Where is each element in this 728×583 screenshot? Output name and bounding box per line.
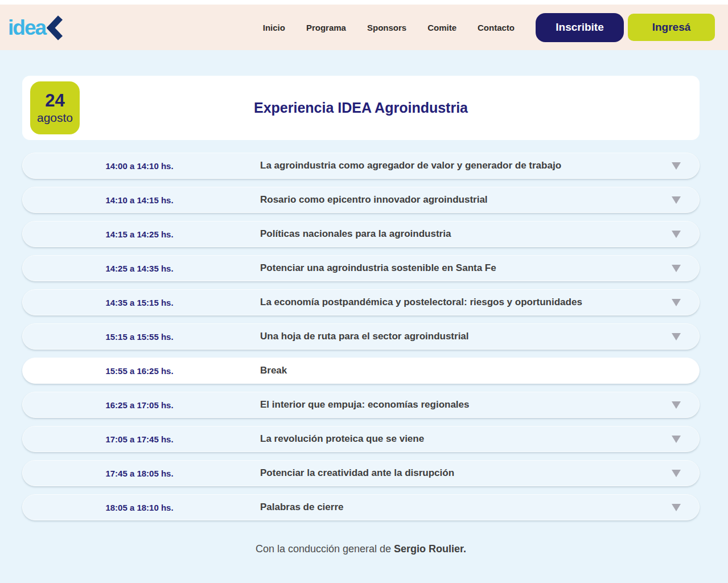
schedule-row: 15:55 a 16:25 hs. Break <box>22 358 700 384</box>
session-time: 14:25 a 14:35 hs. <box>23 264 256 273</box>
host-name: Sergio Roulier. <box>394 543 466 555</box>
date-badge: 24 agosto <box>30 81 80 134</box>
session-title: El interior que empuja: economías region… <box>256 399 672 410</box>
chevron-down-icon[interactable] <box>672 196 681 204</box>
session-time: 15:15 a 15:55 hs. <box>23 332 256 342</box>
chevron-down-icon[interactable] <box>672 436 681 443</box>
chevron-down-icon[interactable] <box>672 162 681 170</box>
session-title: La revolución proteica que se viene <box>256 433 672 445</box>
schedule-row[interactable]: 14:35 a 15:15 hs. La economía postpandém… <box>22 289 700 315</box>
main-content: 24 agosto Experiencia IDEA Agroindustria… <box>22 76 700 555</box>
nav-item-inicio[interactable]: Inicio <box>263 23 285 32</box>
schedule-row[interactable]: 14:10 a 14:15 hs. Rosario como epicentro… <box>22 187 700 213</box>
header-right: Inicio Programa Sponsors Comite Contacto… <box>263 13 715 42</box>
header: idea Inicio Programa Sponsors Comite Con… <box>0 5 728 50</box>
session-title: Potenciar una agroindustria sostenible e… <box>256 262 672 274</box>
session-title: Break <box>256 365 699 376</box>
schedule-row[interactable]: 14:15 a 14:25 hs. Políticas nacionales p… <box>22 221 700 247</box>
session-title: La economía postpandémica y postelectora… <box>256 297 672 308</box>
session-time: 14:15 a 14:25 hs. <box>23 229 256 239</box>
date-month: agosto <box>37 110 73 125</box>
session-time: 18:05 a 18:10 hs. <box>23 503 256 512</box>
chevron-down-icon[interactable] <box>672 401 681 409</box>
chevron-down-icon[interactable] <box>672 299 681 306</box>
session-title: Rosario como epicentro innovador agroind… <box>256 194 672 206</box>
nav-item-sponsors[interactable]: Sponsors <box>367 23 406 32</box>
schedule-row[interactable]: 17:05 a 17:45 hs. La revolución proteica… <box>22 426 700 452</box>
session-title: Palabras de cierre <box>256 502 672 513</box>
event-header-card: 24 agosto Experiencia IDEA Agroindustria <box>22 76 700 140</box>
top-strip <box>0 0 728 5</box>
session-title: Una hoja de ruta para el sector agroindu… <box>256 331 672 342</box>
session-title: Potenciar la creatividad ante la disrupc… <box>256 467 672 479</box>
chevron-down-icon[interactable] <box>672 265 681 272</box>
session-time: 14:00 a 14:10 hs. <box>23 161 256 171</box>
chevron-down-icon[interactable] <box>672 504 681 511</box>
session-time: 16:25 a 17:05 hs. <box>23 400 256 410</box>
logo-chevron-icon <box>47 15 63 43</box>
schedule-row[interactable]: 16:25 a 17:05 hs. El interior que empuja… <box>22 392 700 418</box>
schedule-row[interactable]: 14:25 a 14:35 hs. Potenciar una agroindu… <box>22 255 700 281</box>
schedule-row[interactable]: 15:15 a 15:55 hs. Una hoja de ruta para … <box>22 323 700 350</box>
host-note: Con la conducción general de Sergio Roul… <box>22 543 700 555</box>
main-nav: Inicio Programa Sponsors Comite Contacto <box>263 23 536 32</box>
chevron-down-icon[interactable] <box>672 470 681 477</box>
session-time: 15:55 a 16:25 hs. <box>23 366 256 376</box>
session-time: 14:35 a 15:15 hs. <box>23 298 256 307</box>
host-note-prefix: Con la conducción general de <box>256 543 394 555</box>
date-day: 24 <box>45 91 64 110</box>
logo-text: idea <box>8 17 46 38</box>
session-time: 14:10 a 14:15 hs. <box>23 195 256 205</box>
chevron-down-icon[interactable] <box>672 231 681 238</box>
session-time: 17:05 a 17:45 hs. <box>23 434 256 444</box>
session-time: 17:45 a 18:05 hs. <box>23 469 256 478</box>
session-title: La agroindustria como agregador de valor… <box>256 160 672 171</box>
idea-logo[interactable]: idea <box>8 12 63 43</box>
schedule-list: 14:00 a 14:10 hs. La agroindustria como … <box>22 153 700 520</box>
schedule-row[interactable]: 18:05 a 18:10 hs. Palabras de cierre <box>22 494 700 520</box>
nav-item-contacto[interactable]: Contacto <box>478 23 515 32</box>
page-title: Experiencia IDEA Agroindustria <box>254 100 468 116</box>
session-title: Políticas nacionales para la agroindustr… <box>256 228 672 240</box>
nav-item-comite[interactable]: Comite <box>427 23 456 32</box>
schedule-row[interactable]: 14:00 a 14:10 hs. La agroindustria como … <box>22 153 700 179</box>
inscribite-button[interactable]: Inscribite <box>536 13 624 42</box>
ingresa-button[interactable]: Ingresá <box>628 14 715 41</box>
schedule-row[interactable]: 17:45 a 18:05 hs. Potenciar la creativid… <box>22 460 700 486</box>
chevron-down-icon[interactable] <box>672 333 681 340</box>
nav-item-programa[interactable]: Programa <box>306 23 346 32</box>
